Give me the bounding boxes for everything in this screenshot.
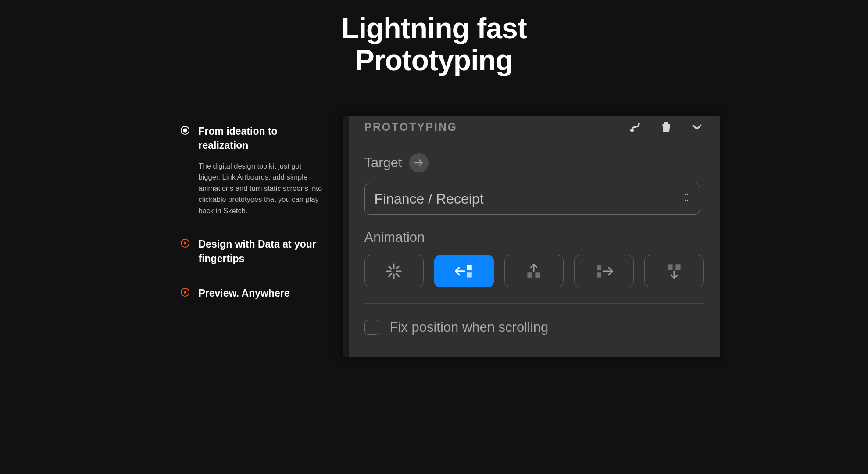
animation-slide-up-button[interactable] (504, 255, 564, 287)
svg-rect-15 (528, 272, 532, 278)
target-arrow-button[interactable] (409, 153, 429, 172)
target-label: Target (364, 155, 402, 171)
svg-line-12 (389, 273, 392, 276)
animation-slide-right-button[interactable] (574, 255, 634, 287)
svg-rect-20 (675, 265, 680, 270)
page-wrapper: Lightning fast Prototyping From ideation… (108, 0, 761, 356)
feature-body: From ideation to realization The digital… (199, 124, 325, 216)
feature-item-data[interactable]: Design with Data at your fingertips (180, 229, 325, 278)
svg-rect-13 (467, 265, 472, 270)
stepper-arrows-icon (682, 193, 691, 205)
page-heading: Lightning fast Prototyping (108, 12, 761, 76)
play-circle-icon (180, 287, 190, 297)
trash-icon[interactable] (659, 120, 673, 134)
panel-holder: PROTOTYPING Target (343, 116, 761, 357)
animation-slide-down-button[interactable] (644, 255, 704, 287)
panel-actions (629, 120, 704, 134)
svg-rect-16 (536, 272, 540, 278)
svg-rect-17 (597, 265, 601, 270)
panel-title: PROTOTYPING (364, 121, 457, 133)
animation-slide-left-button[interactable] (434, 255, 494, 287)
svg-rect-19 (668, 265, 672, 270)
target-section: Target (364, 153, 704, 172)
animation-label: Animation (364, 230, 704, 245)
feature-sidebar: From ideation to realization The digital… (180, 116, 334, 312)
feature-desc: The digital design toolkit just got bigg… (199, 161, 325, 217)
target-select[interactable]: Finance / Receipt (364, 183, 700, 215)
feature-item-ideation[interactable]: From ideation to realization The digital… (180, 116, 325, 229)
feature-item-preview[interactable]: Preview. Anywhere (180, 278, 325, 312)
svg-line-9 (389, 266, 392, 269)
animation-none-button[interactable] (364, 255, 424, 287)
fix-position-row[interactable]: Fix position when scrolling (364, 320, 704, 335)
animation-row (364, 255, 704, 287)
feature-body: Design with Data at your fingertips (199, 237, 325, 265)
svg-rect-14 (467, 272, 472, 277)
link-icon[interactable] (629, 120, 643, 134)
svg-point-1 (183, 129, 187, 133)
chevron-down-icon[interactable] (690, 120, 704, 134)
heading-line-2: Prototyping (355, 44, 513, 76)
svg-line-10 (396, 273, 399, 276)
target-select-value: Finance / Receipt (375, 191, 484, 207)
heading-line-1: Lightning fast (341, 12, 526, 44)
svg-point-4 (630, 129, 634, 132)
play-circle-icon (180, 238, 190, 248)
feature-body: Preview. Anywhere (199, 286, 325, 300)
fix-position-checkbox[interactable] (364, 320, 379, 335)
fix-position-label: Fix position when scrolling (390, 320, 549, 335)
prototyping-panel: PROTOTYPING Target (343, 116, 720, 357)
feature-title: Preview. Anywhere (199, 286, 325, 300)
feature-title: Design with Data at your fingertips (199, 237, 325, 265)
svg-rect-18 (597, 272, 601, 277)
panel-header: PROTOTYPING (364, 116, 704, 134)
content-row: From ideation to realization The digital… (108, 116, 761, 357)
panel-divider (364, 303, 704, 304)
feature-title: From ideation to realization (199, 124, 325, 152)
radio-active-icon (180, 126, 190, 135)
svg-line-11 (396, 266, 399, 269)
